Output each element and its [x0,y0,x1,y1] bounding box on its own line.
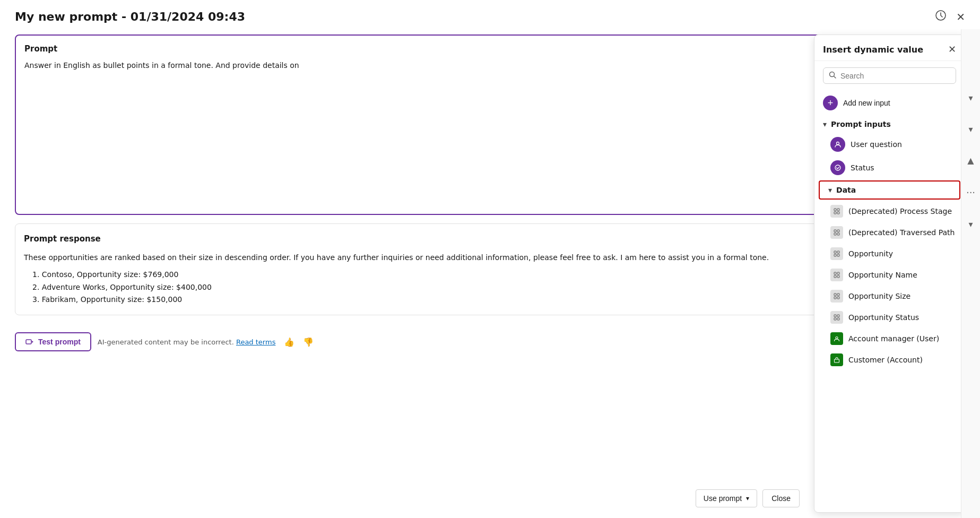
opportunity-status-item[interactable]: Opportunity Status [814,307,965,328]
svg-rect-32 [835,359,839,362]
deprecated-traversed-path-icon [830,226,843,239]
use-prompt-label: Use prompt [704,494,742,503]
data-section-header[interactable]: ▾ Data [819,180,960,200]
svg-rect-17 [834,254,836,256]
svg-point-5 [837,142,839,145]
svg-rect-9 [834,212,836,214]
svg-rect-19 [834,272,836,274]
panel-header: Insert dynamic value ✕ [814,35,965,61]
deprecated-process-stage-label: (Deprecated) Process Stage [848,207,952,215]
right-chevron-col: ▾ ▾ ▲ ··· ▾ [961,29,980,518]
status-item[interactable]: Status [814,156,965,179]
save-icon[interactable] [935,10,947,24]
deprecated-process-stage-item[interactable]: (Deprecated) Process Stage [814,201,965,222]
svg-rect-23 [834,293,836,296]
svg-point-31 [836,337,838,339]
status-icon [830,160,845,175]
search-icon [829,71,836,80]
test-prompt-label: Test prompt [38,338,81,346]
sidebar-chevron-3[interactable]: ▲ [967,156,974,166]
svg-rect-13 [834,233,836,235]
opportunity-size-item[interactable]: Opportunity Size [814,286,965,307]
account-manager-item[interactable]: Account manager (User) [814,328,965,349]
list-item: 2. Adventure Works, Opportunity size: $4… [24,281,946,294]
page-title: My new prompt - 01/31/2024 09:43 [15,10,245,23]
title-bar-actions: ✕ [935,10,965,24]
customer-account-icon [830,353,843,366]
sidebar-chevron-2[interactable]: ▾ [968,124,973,134]
opportunity-label: Opportunity [848,249,893,258]
prompt-inputs-section-header[interactable]: ▾ Prompt inputs [814,116,965,133]
svg-rect-12 [837,230,839,232]
customer-account-label: Customer (Account) [848,356,923,364]
title-bar: My new prompt - 01/31/2024 09:43 ✕ [0,0,980,29]
account-manager-label: Account manager (User) [848,334,939,343]
customer-account-item[interactable]: Customer (Account) [814,349,965,370]
add-new-input-label: Add new input [843,99,890,107]
svg-rect-10 [837,212,839,214]
sidebar-chevron-4[interactable]: ▾ [968,219,973,229]
use-prompt-button[interactable]: Use prompt ▾ [696,489,757,507]
svg-point-6 [835,165,840,170]
opportunity-name-item[interactable]: Opportunity Name [814,264,965,286]
list-item: 1. Contoso, Opportunity size: $769,000 [24,269,946,281]
opportunity-status-label: Opportunity Status [848,313,919,322]
bottom-actions: Use prompt ▾ Close [696,489,800,507]
close-label: Close [771,494,791,503]
prompt-inputs-title: Prompt inputs [831,120,891,128]
svg-rect-18 [837,254,839,256]
svg-rect-21 [834,275,836,278]
svg-rect-25 [834,297,836,299]
thumbs-down-icon[interactable]: 👎 [303,337,314,347]
app-container: My new prompt - 01/31/2024 09:43 ✕ Promp… [0,0,980,518]
svg-rect-8 [837,209,839,211]
opportunity-name-label: Opportunity Name [848,271,917,279]
status-label: Status [851,163,874,172]
use-prompt-chevron: ▾ [746,495,749,502]
add-new-input-button[interactable]: + Add new input [814,90,965,116]
svg-rect-24 [837,293,839,296]
user-question-item[interactable]: User question [814,133,965,156]
dynamic-value-panel: Insert dynamic value ✕ + Add new input ▾… [814,34,965,513]
svg-rect-26 [837,297,839,299]
deprecated-process-stage-icon [830,205,843,218]
data-section-title: Data [836,186,856,194]
svg-rect-7 [834,209,836,211]
panel-close-button[interactable]: ✕ [948,44,956,55]
svg-rect-28 [837,315,839,317]
prompt-inputs-chevron: ▾ [823,120,827,128]
svg-rect-27 [834,315,836,317]
opportunity-name-icon [830,269,843,281]
svg-rect-29 [834,318,836,320]
prompt-text[interactable]: Answer in English as bullet points in a … [24,60,945,198]
test-prompt-button[interactable]: Test prompt [15,332,91,351]
search-box[interactable] [823,67,956,84]
prompt-box-header: Prompt + + Insert [24,44,945,54]
deprecated-traversed-path-item[interactable]: (Deprecated) Traversed Path [814,222,965,243]
sidebar-ellipsis[interactable]: ··· [966,187,975,198]
response-list: 1. Contoso, Opportunity size: $769,000 2… [24,269,946,306]
account-manager-icon [830,332,843,345]
list-item: 3. Fabrikam, Opportunity size: $150,000 [24,293,946,306]
close-button[interactable]: Close [762,489,800,507]
ai-disclaimer: AI-generated content may be incorrect. R… [98,338,276,346]
prompt-label: Prompt [24,44,57,54]
thumbs-up-icon[interactable]: 👍 [284,337,294,347]
opportunity-item[interactable]: Opportunity [814,243,965,264]
read-terms-link[interactable]: Read terms [236,338,275,346]
opportunity-size-icon [830,290,843,303]
svg-rect-20 [837,272,839,274]
svg-rect-14 [837,233,839,235]
search-input[interactable] [840,72,950,80]
user-question-icon [830,137,845,152]
sidebar-chevron-1[interactable]: ▾ [968,93,973,103]
data-chevron: ▾ [828,186,832,194]
svg-rect-30 [837,318,839,320]
opportunity-status-icon [830,311,843,324]
response-label: Prompt response [24,234,101,244]
svg-point-4 [830,72,835,77]
response-text: These opportunities are ranked based on … [24,252,946,306]
panel-title: Insert dynamic value [823,45,923,55]
svg-rect-15 [834,251,836,253]
close-icon[interactable]: ✕ [956,11,965,23]
